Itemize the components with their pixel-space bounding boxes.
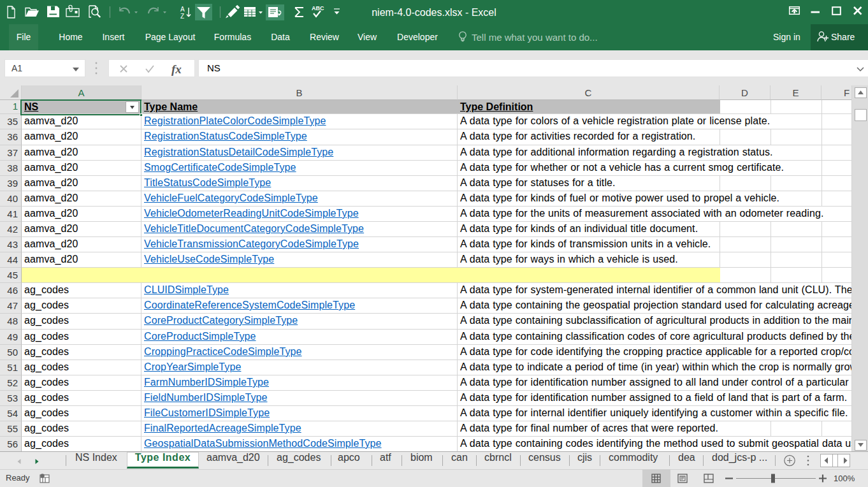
svg-text:fx: fx bbox=[171, 62, 182, 76]
